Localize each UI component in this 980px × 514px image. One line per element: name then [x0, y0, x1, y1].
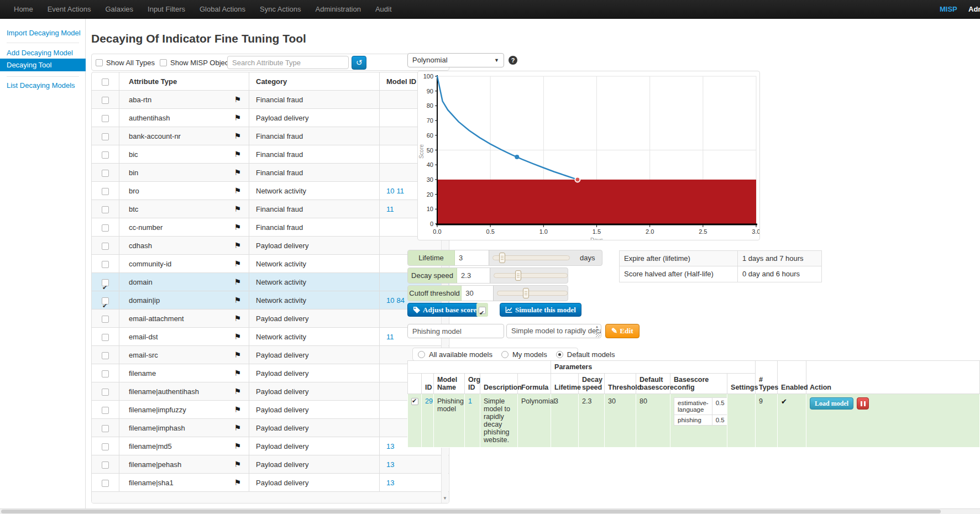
show-all-types-checkbox[interactable]	[96, 59, 103, 66]
slider-row-cutoff-threshold: Cutoff threshold30	[407, 285, 568, 301]
column-header-model-name[interactable]: Model Name	[434, 374, 465, 394]
column-header-decay-speed[interactable]: Decay speed	[579, 374, 605, 394]
org-id-link[interactable]: 1	[468, 397, 472, 405]
nav-item-audit[interactable]: Audit	[368, 0, 399, 19]
model-id-link[interactable]: 11	[386, 205, 394, 213]
row-checkbox[interactable]	[102, 188, 109, 195]
column-header-enabled[interactable]: Enabled	[778, 361, 806, 394]
help-icon[interactable]: ?	[509, 56, 517, 65]
slider-track[interactable]	[497, 291, 568, 296]
row-checkbox[interactable]	[102, 297, 109, 305]
pause-model-button[interactable]	[857, 397, 869, 410]
slider-value-input[interactable]: 2.3	[457, 268, 490, 283]
slider-value-input[interactable]: 30	[462, 286, 493, 301]
slider-value-input[interactable]: 3	[455, 250, 489, 265]
row-checkbox[interactable]	[102, 443, 109, 450]
sidebar-item-decaying-tool[interactable]: Decaying Tool	[0, 59, 86, 71]
slider-handle[interactable]	[515, 270, 521, 281]
row-checkbox[interactable]	[102, 316, 109, 323]
row-checkbox[interactable]	[102, 170, 109, 177]
column-header-lifetime[interactable]: Lifetime	[551, 374, 579, 394]
column-header-basescore-config[interactable]: Basescore config	[670, 374, 727, 394]
nav-item-input-filters[interactable]: Input Filters	[140, 0, 192, 19]
textarea-scroll-arrows[interactable]: ▲▼	[594, 325, 600, 332]
column-header-attribute-type[interactable]: Attribute Type	[119, 72, 249, 91]
radio-all-available-models[interactable]	[418, 351, 425, 358]
column-header-formula[interactable]: Formula	[518, 374, 551, 394]
column-header-default-basescore[interactable]: Default basescore	[636, 374, 670, 394]
model-id-link[interactable]: 29	[425, 397, 433, 405]
nav-item-galaxies[interactable]: Galaxies	[98, 0, 140, 19]
slider-track[interactable]	[492, 255, 570, 260]
nav-item-global-actions[interactable]: Global Actions	[192, 0, 253, 19]
model-name-input[interactable]	[407, 324, 504, 338]
column-header-id[interactable]: ID	[422, 374, 434, 394]
nav-item-home[interactable]: Home	[7, 0, 40, 19]
row-checkbox[interactable]	[102, 97, 109, 104]
model-id-link[interactable]: 13	[386, 460, 394, 469]
model-id-link[interactable]: 84	[396, 296, 404, 305]
model-id-link[interactable]: 10	[386, 296, 394, 305]
select-all-checkbox[interactable]	[102, 78, 109, 86]
sidebar-item-list-decaying-models[interactable]: List Decaying Models	[7, 81, 75, 90]
row-checkbox[interactable]	[102, 425, 109, 432]
radio-default-models[interactable]	[556, 351, 563, 358]
row-checkbox[interactable]	[102, 407, 109, 414]
textarea-resize-handle[interactable]	[596, 333, 600, 337]
show-misp-objects-checkbox[interactable]	[160, 59, 167, 66]
row-checkbox[interactable]	[102, 352, 109, 359]
model-id-link[interactable]: 13	[386, 442, 394, 450]
row-checkbox[interactable]	[102, 115, 109, 122]
row-checkbox[interactable]	[102, 224, 109, 232]
row-checkbox[interactable]	[102, 133, 109, 140]
load-model-button[interactable]: Load model	[810, 397, 853, 410]
navbar-user-menu[interactable]: Adm	[968, 0, 980, 19]
model-row-checkbox[interactable]	[411, 398, 418, 405]
search-attribute-type-input[interactable]	[227, 56, 349, 69]
row-checkbox[interactable]	[102, 151, 109, 159]
model-id-link[interactable]: 10	[386, 187, 394, 195]
row-checkbox[interactable]	[102, 480, 109, 487]
radio-my-models[interactable]	[501, 351, 509, 358]
adjust-base-score-checkbox[interactable]	[479, 307, 486, 314]
model-id-link[interactable]: 11	[386, 333, 394, 341]
scroll-down-arrow[interactable]: ▼	[442, 495, 448, 502]
row-checkbox[interactable]	[102, 206, 109, 213]
row-checkbox[interactable]	[102, 279, 109, 286]
sidebar-item-add-decaying-model[interactable]: Add Decaying Model	[7, 49, 73, 57]
row-checkbox[interactable]	[102, 370, 109, 377]
slider-handle[interactable]	[499, 253, 505, 263]
decay-simulation-chart[interactable]: 01020304050607080901000.00.51.01.52.02.5…	[418, 71, 759, 240]
nav-item-event-actions[interactable]: Event Actions	[40, 0, 98, 19]
simulate-model-button[interactable]: Simulate this model	[500, 303, 581, 317]
nav-item-sync-actions[interactable]: Sync Actions	[253, 0, 308, 19]
row-checkbox[interactable]	[102, 261, 109, 268]
chart-marker-cutoff-intersection[interactable]	[575, 177, 580, 182]
column-header-category[interactable]: Category	[249, 72, 380, 91]
column-header-threshold[interactable]: Threshold	[605, 374, 636, 394]
column-header-settings[interactable]: Settings	[727, 374, 756, 394]
chart-marker-current-score[interactable]	[515, 155, 519, 159]
row-checkbox[interactable]	[102, 243, 109, 250]
model-id-link[interactable]: 13	[386, 479, 394, 487]
slider-track[interactable]	[494, 273, 568, 278]
adjust-base-score-button[interactable]: Adjust base score	[407, 303, 482, 317]
refresh-button[interactable]: ↺	[352, 56, 366, 70]
horizontal-scrollbar-thumb[interactable]	[1, 510, 941, 513]
column-header-org-id[interactable]: Org ID	[465, 374, 480, 394]
edit-model-button[interactable]: ✎Edit	[605, 324, 640, 338]
model-description-textarea[interactable]: Simple model to rapidly decay ▲▼	[506, 324, 601, 338]
row-checkbox[interactable]	[102, 461, 109, 469]
sidebar-item-import-decaying-model[interactable]: Import Decaying Model	[7, 29, 81, 37]
misp-brand[interactable]: MISP	[940, 0, 957, 19]
row-checkbox[interactable]	[102, 334, 109, 341]
nav-item-administration[interactable]: Administration	[308, 0, 368, 19]
column-header-description[interactable]: Description	[480, 374, 518, 394]
flag-icon: ⚑	[234, 109, 241, 127]
model-id-link[interactable]: 11	[396, 187, 404, 195]
formula-select[interactable]: Polynomial ▼	[407, 53, 504, 67]
column-header-types-count[interactable]: # Types	[756, 361, 778, 394]
slider-handle[interactable]	[523, 288, 529, 298]
row-checkbox[interactable]	[102, 389, 109, 396]
horizontal-scrollbar[interactable]	[0, 508, 980, 514]
